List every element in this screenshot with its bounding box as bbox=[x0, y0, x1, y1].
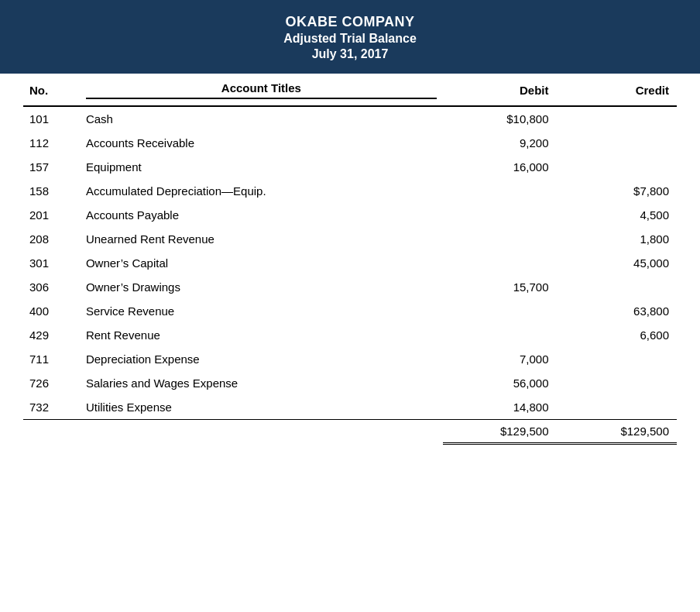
totals-title bbox=[80, 420, 443, 444]
cell-no: 400 bbox=[23, 299, 80, 323]
cell-debit bbox=[443, 251, 572, 275]
cell-credit: 63,800 bbox=[572, 299, 677, 323]
table-row: 112Accounts Receivable9,200 bbox=[23, 131, 677, 155]
company-name: OKABE COMPANY bbox=[15, 14, 685, 30]
table-row: 726Salaries and Wages Expense56,000 bbox=[23, 371, 677, 395]
cell-title: Accounts Payable bbox=[80, 203, 443, 227]
cell-debit: 16,000 bbox=[443, 155, 572, 179]
table-container: No. Account Titles Debit Credit 101Cash$… bbox=[0, 74, 700, 468]
cell-debit: 7,000 bbox=[443, 347, 572, 371]
cell-title: Rent Revenue bbox=[80, 323, 443, 347]
cell-no: 711 bbox=[23, 347, 80, 371]
cell-no: 112 bbox=[23, 131, 80, 155]
cell-credit bbox=[572, 371, 677, 395]
totals-credit: $129,500 bbox=[572, 420, 677, 444]
table-row: 101Cash$10,800 bbox=[23, 106, 677, 131]
table-row: 732Utilities Expense14,800 bbox=[23, 395, 677, 420]
cell-title: Equipment bbox=[80, 155, 443, 179]
table-row: 301Owner’s Capital45,000 bbox=[23, 251, 677, 275]
table-row: 208Unearned Rent Revenue1,800 bbox=[23, 227, 677, 251]
cell-debit bbox=[443, 323, 572, 347]
cell-debit: 56,000 bbox=[443, 371, 572, 395]
col-header-account-titles: Account Titles bbox=[80, 74, 443, 106]
cell-no: 301 bbox=[23, 251, 80, 275]
cell-title: Service Revenue bbox=[80, 299, 443, 323]
totals-row: $129,500$129,500 bbox=[23, 420, 677, 444]
totals-debit: $129,500 bbox=[443, 420, 572, 444]
table-row: 429Rent Revenue6,600 bbox=[23, 323, 677, 347]
cell-no: 732 bbox=[23, 395, 80, 420]
cell-credit: 4,500 bbox=[572, 203, 677, 227]
cell-title: Depreciation Expense bbox=[80, 347, 443, 371]
cell-credit: $7,800 bbox=[572, 179, 677, 203]
col-header-no: No. bbox=[23, 74, 80, 106]
table-row: 158Accumulated Depreciation—Equip.$7,800 bbox=[23, 179, 677, 203]
trial-balance-table: No. Account Titles Debit Credit 101Cash$… bbox=[23, 74, 677, 445]
cell-debit bbox=[443, 299, 572, 323]
totals-no bbox=[23, 420, 80, 444]
cell-title: Owner’s Drawings bbox=[80, 275, 443, 299]
col-header-credit: Credit bbox=[572, 74, 677, 106]
cell-debit bbox=[443, 203, 572, 227]
cell-no: 201 bbox=[23, 203, 80, 227]
cell-credit bbox=[572, 131, 677, 155]
cell-no: 726 bbox=[23, 371, 80, 395]
cell-credit: 1,800 bbox=[572, 227, 677, 251]
cell-title: Accounts Receivable bbox=[80, 131, 443, 155]
cell-credit: 45,000 bbox=[572, 251, 677, 275]
cell-title: Cash bbox=[80, 106, 443, 131]
cell-no: 157 bbox=[23, 155, 80, 179]
cell-no: 101 bbox=[23, 106, 80, 131]
header: OKABE COMPANY Adjusted Trial Balance Jul… bbox=[0, 0, 700, 74]
cell-title: Accumulated Depreciation—Equip. bbox=[80, 179, 443, 203]
cell-debit bbox=[443, 179, 572, 203]
report-date: July 31, 2017 bbox=[15, 47, 685, 61]
table-row: 306Owner’s Drawings15,700 bbox=[23, 275, 677, 299]
cell-title: Unearned Rent Revenue bbox=[80, 227, 443, 251]
cell-no: 306 bbox=[23, 275, 80, 299]
table-row: 400Service Revenue63,800 bbox=[23, 299, 677, 323]
cell-no: 208 bbox=[23, 227, 80, 251]
page-container: OKABE COMPANY Adjusted Trial Balance Jul… bbox=[0, 0, 700, 468]
cell-debit: 9,200 bbox=[443, 131, 572, 155]
cell-credit bbox=[572, 106, 677, 131]
cell-debit: $10,800 bbox=[443, 106, 572, 131]
cell-title: Salaries and Wages Expense bbox=[80, 371, 443, 395]
col-header-debit: Debit bbox=[443, 74, 572, 106]
cell-no: 158 bbox=[23, 179, 80, 203]
cell-title: Utilities Expense bbox=[80, 395, 443, 420]
cell-debit: 15,700 bbox=[443, 275, 572, 299]
cell-credit bbox=[572, 347, 677, 371]
report-subtitle: Adjusted Trial Balance bbox=[15, 32, 685, 46]
table-row: 201Accounts Payable4,500 bbox=[23, 203, 677, 227]
cell-no: 429 bbox=[23, 323, 80, 347]
table-row: 711Depreciation Expense7,000 bbox=[23, 347, 677, 371]
cell-credit bbox=[572, 395, 677, 420]
cell-debit: 14,800 bbox=[443, 395, 572, 420]
table-row: 157Equipment16,000 bbox=[23, 155, 677, 179]
cell-credit: 6,600 bbox=[572, 323, 677, 347]
cell-title: Owner’s Capital bbox=[80, 251, 443, 275]
cell-credit bbox=[572, 275, 677, 299]
cell-credit bbox=[572, 155, 677, 179]
cell-debit bbox=[443, 227, 572, 251]
